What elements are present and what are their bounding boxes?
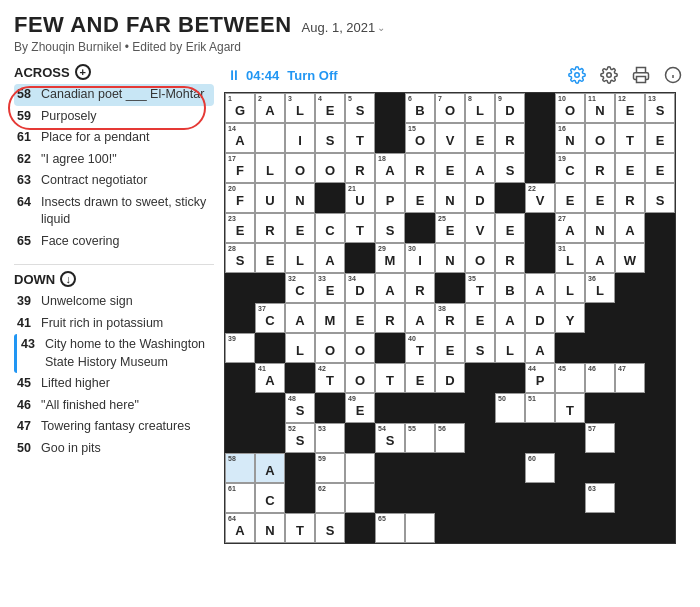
info-icon[interactable] [662, 64, 684, 86]
pause-button[interactable]: ⏸ 04:44 [226, 67, 279, 83]
grid-cell-r1-c4[interactable]: 4E [315, 93, 345, 123]
grid-cell-r13-c2[interactable]: A [255, 453, 285, 483]
grid-cell-r7-c9[interactable]: 35T [465, 273, 495, 303]
grid-cell-r9-c3[interactable]: L [285, 333, 315, 363]
grid-cell-r10-c11[interactable]: 44P [525, 363, 555, 393]
clue-item-down-47[interactable]: 47 Towering fantasy creatures [14, 416, 214, 438]
grid-cell-r5-c5[interactable]: T [345, 213, 375, 243]
grid-cell-r2-c3[interactable]: I [285, 123, 315, 153]
grid-cell-r4-c8[interactable]: N [435, 183, 465, 213]
turn-off-button[interactable]: Turn Off [287, 68, 337, 83]
grid-cell-r5-c10[interactable]: E [495, 213, 525, 243]
down-expand-icon[interactable]: ↓ [60, 271, 76, 287]
grid-cell-r3-c12[interactable]: 19C [555, 153, 585, 183]
grid-cell-r5-c2[interactable]: R [255, 213, 285, 243]
grid-cell-r12-c4[interactable]: 53 [315, 423, 345, 453]
grid-cell-r2-c8[interactable]: V [435, 123, 465, 153]
grid-cell-r6-c6[interactable]: 29M [375, 243, 405, 273]
grid-cell-r13-c5[interactable] [345, 453, 375, 483]
grid-cell-r4-c3[interactable]: N [285, 183, 315, 213]
grid-cell-r11-c12[interactable]: T [555, 393, 585, 423]
clue-item-down-43[interactable]: 43 City home to the Washington State His… [14, 334, 214, 373]
date-chevron-icon[interactable]: ⌄ [377, 22, 385, 33]
grid-cell-r9-c8[interactable]: E [435, 333, 465, 363]
grid-cell-r5-c3[interactable]: E [285, 213, 315, 243]
grid-cell-r2-c10[interactable]: R [495, 123, 525, 153]
across-expand-icon[interactable]: + [75, 64, 91, 80]
grid-cell-r9-c10[interactable]: L [495, 333, 525, 363]
grid-cell-r13-c4[interactable]: 59 [315, 453, 345, 483]
grid-cell-r14-c5[interactable] [345, 483, 375, 513]
grid-cell-r8-c6[interactable]: R [375, 303, 405, 333]
clue-item-down-45[interactable]: 45 Lifted higher [14, 373, 214, 395]
grid-cell-r8-c5[interactable]: E [345, 303, 375, 333]
grid-cell-r10-c12[interactable]: 45 [555, 363, 585, 393]
grid-cell-r3-c15[interactable]: E [645, 153, 675, 183]
clue-item-across-64[interactable]: 64 Insects drawn to sweet, sticky liquid [14, 192, 214, 231]
grid-cell-r9-c1[interactable]: 39 [225, 333, 255, 363]
grid-cell-r9-c11[interactable]: A [525, 333, 555, 363]
grid-cell-r4-c9[interactable]: D [465, 183, 495, 213]
grid-cell-r8-c11[interactable]: D [525, 303, 555, 333]
grid-cell-r7-c13[interactable]: 36L [585, 273, 615, 303]
grid-cell-r3-c2[interactable]: L [255, 153, 285, 183]
clue-item-down-46[interactable]: 46 "All finished here" [14, 395, 214, 417]
grid-cell-r2-c5[interactable]: T [345, 123, 375, 153]
grid-cell-r3-c1[interactable]: 17F [225, 153, 255, 183]
grid-cell-r4-c13[interactable]: E [585, 183, 615, 213]
grid-cell-r8-c10[interactable]: A [495, 303, 525, 333]
grid-cell-r4-c5[interactable]: 21U [345, 183, 375, 213]
grid-cell-r3-c6[interactable]: 18A [375, 153, 405, 183]
grid-cell-r2-c12[interactable]: 16N [555, 123, 585, 153]
grid-cell-r6-c3[interactable]: L [285, 243, 315, 273]
grid-cell-r1-c14[interactable]: 12E [615, 93, 645, 123]
grid-cell-r9-c5[interactable]: O [345, 333, 375, 363]
grid-cell-r10-c5[interactable]: O [345, 363, 375, 393]
grid-cell-r7-c5[interactable]: 34D [345, 273, 375, 303]
grid-cell-r8-c7[interactable]: A [405, 303, 435, 333]
grid-cell-r9-c9[interactable]: S [465, 333, 495, 363]
grid-cell-r1-c3[interactable]: 3L [285, 93, 315, 123]
grid-cell-r3-c3[interactable]: O [285, 153, 315, 183]
grid-cell-r6-c10[interactable]: R [495, 243, 525, 273]
grid-cell-r15-c7[interactable] [405, 513, 435, 543]
grid-cell-r15-c6[interactable]: 65 [375, 513, 405, 543]
grid-cell-r6-c1[interactable]: 28S [225, 243, 255, 273]
grid-cell-r8-c2[interactable]: 37C [255, 303, 285, 333]
grid-cell-r9-c7[interactable]: 40T [405, 333, 435, 363]
grid-cell-r13-c11[interactable]: 60 [525, 453, 555, 483]
grid-cell-r15-c1[interactable]: 64A [225, 513, 255, 543]
grid-cell-r10-c2[interactable]: 41A [255, 363, 285, 393]
grid-cell-r3-c4[interactable]: O [315, 153, 345, 183]
grid-cell-r2-c13[interactable]: O [585, 123, 615, 153]
grid-cell-r1-c13[interactable]: 11N [585, 93, 615, 123]
crossword-grid[interactable]: 1G2A3L4E5S6B7O8L9D10O11N12E13S14AIST15OV… [224, 92, 676, 544]
clue-item-across-65[interactable]: 65 Face covering [14, 231, 214, 253]
grid-cell-r10-c7[interactable]: E [405, 363, 435, 393]
grid-cell-r6-c7[interactable]: 30I [405, 243, 435, 273]
grid-cell-r6-c14[interactable]: W [615, 243, 645, 273]
grid-cell-r12-c13[interactable]: 57 [585, 423, 615, 453]
grid-cell-r6-c12[interactable]: 31L [555, 243, 585, 273]
grid-cell-r6-c9[interactable]: O [465, 243, 495, 273]
grid-cell-r1-c2[interactable]: 2A [255, 93, 285, 123]
grid-cell-r7-c7[interactable]: R [405, 273, 435, 303]
clue-item-down-39[interactable]: 39 Unwelcome sign [14, 291, 214, 313]
grid-cell-r14-c1[interactable]: 61 [225, 483, 255, 513]
grid-cell-r3-c9[interactable]: A [465, 153, 495, 183]
grid-cell-r4-c7[interactable]: E [405, 183, 435, 213]
grid-cell-r8-c3[interactable]: A [285, 303, 315, 333]
grid-cell-r2-c14[interactable]: T [615, 123, 645, 153]
grid-cell-r3-c5[interactable]: R [345, 153, 375, 183]
clue-item-across-62[interactable]: 62 "I agree 100!" [14, 149, 214, 171]
grid-cell-r3-c13[interactable]: R [585, 153, 615, 183]
grid-cell-r5-c4[interactable]: C [315, 213, 345, 243]
clue-item-down-50[interactable]: 50 Goo in pits [14, 438, 214, 460]
grid-cell-r3-c8[interactable]: E [435, 153, 465, 183]
grid-cell-r10-c8[interactable]: D [435, 363, 465, 393]
grid-cell-r8-c4[interactable]: M [315, 303, 345, 333]
grid-cell-r10-c13[interactable]: 46 [585, 363, 615, 393]
grid-cell-r12-c8[interactable]: 56 [435, 423, 465, 453]
grid-cell-r6-c4[interactable]: A [315, 243, 345, 273]
options-icon[interactable] [598, 64, 620, 86]
